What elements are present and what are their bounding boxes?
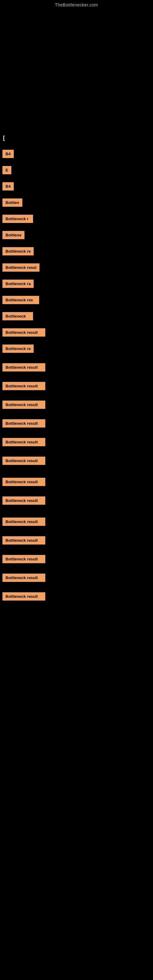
- list-item: Bottleneck r: [0, 213, 153, 225]
- content-area: [ B4EB4BottlenBottleneck rBottleneBottle…: [0, 126, 153, 608]
- bottleneck-result-badge: Bottleneck result: [2, 555, 45, 563]
- bottleneck-result-badge: Bottleneck result: [2, 517, 45, 526]
- list-item: Bottleneck re: [0, 343, 153, 355]
- list-item: Bottleneck result: [0, 553, 153, 565]
- bottleneck-result-badge: Bottleneck re: [2, 345, 33, 353]
- bottleneck-result-badge: Bottleneck result: [2, 536, 45, 544]
- bottleneck-result-badge: Bottleneck re: [2, 247, 33, 255]
- top-section: [0, 10, 153, 126]
- bottleneck-result-badge: Bottleneck result: [2, 574, 45, 582]
- list-item: Bottleneck ra: [0, 278, 153, 290]
- list-item: Bottleneck result: [0, 476, 153, 488]
- list-item: Bottleneck result: [0, 399, 153, 411]
- items-container: B4EB4BottlenBottleneck rBottleneBottlene…: [0, 148, 153, 602]
- bottleneck-result-badge: Bottleneck result: [2, 438, 45, 446]
- bottleneck-result-badge: Bottleneck: [2, 312, 33, 320]
- bottleneck-result-badge: Bottleneck result: [2, 592, 45, 601]
- list-item: Bottlen: [0, 197, 153, 208]
- bottleneck-result-badge: Bottleneck result: [2, 478, 45, 486]
- bottleneck-result-badge: Bottleneck result: [2, 419, 45, 428]
- list-item: Bottleneck result: [0, 417, 153, 430]
- list-item: Bottleneck result: [0, 516, 153, 528]
- list-item: B4: [0, 148, 153, 160]
- bottleneck-result-badge: Bottleneck result: [2, 328, 45, 337]
- list-item: Bottleneck result: [0, 572, 153, 584]
- site-header: TheBottlenecker.com: [0, 0, 153, 10]
- bottleneck-result-badge: Bottleneck resul: [2, 263, 40, 272]
- list-item: Bottleneck result: [0, 436, 153, 448]
- list-item: Bottleneck resul: [0, 261, 153, 274]
- bottleneck-result-badge: E: [2, 166, 11, 174]
- bottleneck-result-badge: Bottleneck result: [2, 496, 45, 505]
- section-header: [: [0, 132, 153, 144]
- list-item: Bottleneck result: [0, 361, 153, 373]
- bottleneck-result-badge: Bottleneck result: [2, 382, 45, 390]
- site-title: TheBottlenecker.com: [0, 0, 153, 10]
- bottleneck-result-badge: Bottleneck result: [2, 401, 45, 409]
- list-item: Bottleneck result: [0, 326, 153, 339]
- list-item: Bottlene: [0, 229, 153, 241]
- list-item: Bottleneck re: [0, 245, 153, 257]
- bottleneck-result-badge: B4: [2, 182, 14, 191]
- list-item: Bottleneck result: [0, 380, 153, 392]
- bottleneck-result-badge: Bottleneck result: [2, 363, 45, 371]
- bottleneck-result-badge: B4: [2, 150, 14, 158]
- list-item: E: [0, 164, 153, 176]
- bottleneck-result-badge: Bottleneck res: [2, 296, 39, 304]
- bottleneck-result-badge: Bottlen: [2, 199, 22, 207]
- bottleneck-result-badge: Bottleneck result: [2, 457, 45, 465]
- bottleneck-result-badge: Bottlene: [2, 231, 24, 239]
- list-item: Bottleneck result: [0, 590, 153, 602]
- list-item: Bottleneck result: [0, 455, 153, 467]
- list-item: B4: [0, 180, 153, 192]
- bottleneck-result-badge: Bottleneck ra: [2, 280, 33, 288]
- list-item: Bottleneck result: [0, 535, 153, 546]
- list-item: Bottleneck result: [0, 495, 153, 506]
- bottleneck-result-badge: Bottleneck r: [2, 215, 33, 223]
- list-item: Bottleneck: [0, 310, 153, 322]
- list-item: Bottleneck res: [0, 294, 153, 306]
